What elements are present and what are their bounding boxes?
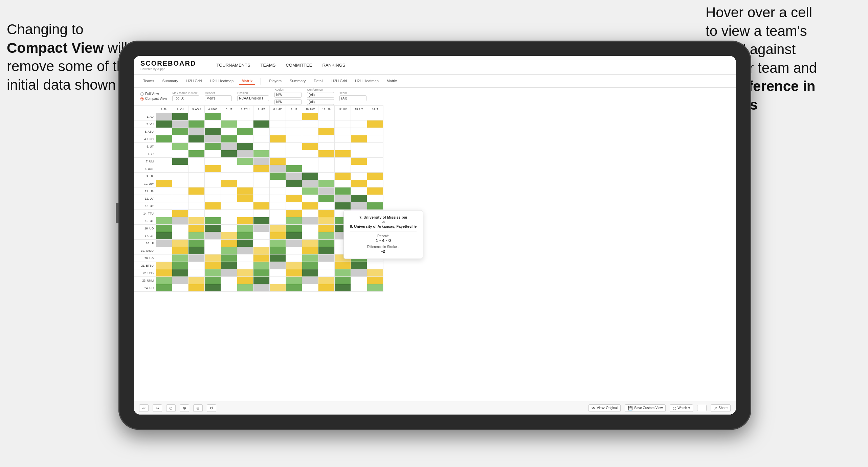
- matrix-cell[interactable]: [172, 247, 188, 254]
- matrix-cell[interactable]: [221, 158, 237, 165]
- matrix-cell[interactable]: [335, 284, 351, 292]
- matrix-cell[interactable]: [172, 277, 188, 284]
- zoom-out-button[interactable]: ⊖: [193, 404, 203, 412]
- sub-tab-teams[interactable]: Teams: [140, 77, 157, 85]
- matrix-cell[interactable]: [318, 165, 335, 173]
- matrix-cell[interactable]: [205, 113, 221, 120]
- sub-tab-summary2[interactable]: Summary: [287, 77, 308, 85]
- matrix-cell[interactable]: [221, 187, 237, 195]
- matrix-cell[interactable]: [286, 284, 302, 292]
- matrix-cell[interactable]: [302, 217, 318, 225]
- sub-tab-h2hgrid2[interactable]: H2H Grid: [329, 77, 350, 85]
- matrix-cell[interactable]: [172, 269, 188, 277]
- nav-tournaments[interactable]: TOURNAMENTS: [216, 61, 250, 69]
- matrix-container[interactable]: 1. AU 2. VU 3. ASU 4. UNC 5. UT 6. FSU 7…: [134, 105, 736, 401]
- matrix-cell[interactable]: [172, 232, 188, 240]
- matrix-cell[interactable]: [335, 195, 351, 202]
- matrix-cell[interactable]: [367, 187, 383, 195]
- matrix-cell[interactable]: [286, 173, 302, 180]
- matrix-cell[interactable]: [221, 180, 237, 187]
- matrix-cell[interactable]: [156, 195, 172, 202]
- matrix-cell[interactable]: [156, 187, 172, 195]
- matrix-cell[interactable]: [205, 187, 221, 195]
- matrix-cell[interactable]: [156, 210, 172, 217]
- matrix-cell[interactable]: [156, 135, 172, 143]
- matrix-cell[interactable]: [335, 202, 351, 210]
- sub-tab-summary1[interactable]: Summary: [159, 77, 181, 85]
- matrix-cell[interactable]: [335, 262, 351, 269]
- matrix-cell[interactable]: [221, 232, 237, 240]
- matrix-cell[interactable]: [237, 247, 253, 254]
- matrix-cell[interactable]: [188, 232, 205, 240]
- matrix-cell[interactable]: [286, 143, 302, 150]
- matrix-cell[interactable]: [351, 187, 367, 195]
- matrix-cell[interactable]: [253, 195, 270, 202]
- matrix-cell[interactable]: [172, 128, 188, 135]
- matrix-cell[interactable]: [156, 173, 172, 180]
- matrix-cell[interactable]: [286, 232, 302, 240]
- matrix-cell[interactable]: [172, 225, 188, 232]
- matrix-cell[interactable]: [221, 120, 237, 128]
- matrix-cell[interactable]: [351, 150, 367, 158]
- matrix-cell[interactable]: [351, 143, 367, 150]
- matrix-cell[interactable]: [237, 202, 253, 210]
- matrix-cell[interactable]: [253, 128, 270, 135]
- matrix-cell[interactable]: [351, 202, 367, 210]
- matrix-cell[interactable]: [335, 150, 351, 158]
- matrix-cell[interactable]: [318, 232, 335, 240]
- matrix-cell[interactable]: [253, 187, 270, 195]
- matrix-cell[interactable]: [286, 240, 302, 247]
- matrix-cell[interactable]: [156, 277, 172, 284]
- matrix-cell[interactable]: [286, 254, 302, 262]
- matrix-cell[interactable]: [221, 225, 237, 232]
- matrix-cell[interactable]: [156, 180, 172, 187]
- matrix-cell[interactable]: [221, 217, 237, 225]
- undo-button[interactable]: ↩: [139, 404, 149, 412]
- matrix-cell[interactable]: [367, 173, 383, 180]
- nav-rankings[interactable]: RANKINGS: [322, 61, 345, 69]
- matrix-cell[interactable]: [237, 195, 253, 202]
- matrix-cell[interactable]: [237, 187, 253, 195]
- matrix-cell[interactable]: [172, 187, 188, 195]
- matrix-cell[interactable]: [302, 113, 318, 120]
- matrix-cell[interactable]: [156, 254, 172, 262]
- matrix-cell[interactable]: [253, 135, 270, 143]
- matrix-cell[interactable]: [188, 262, 205, 269]
- matrix-cell[interactable]: [335, 113, 351, 120]
- matrix-cell[interactable]: [205, 240, 221, 247]
- sub-tab-h2hgrid1[interactable]: H2H Grid: [183, 77, 204, 85]
- matrix-cell[interactable]: [270, 277, 286, 284]
- matrix-cell[interactable]: [188, 240, 205, 247]
- matrix-cell[interactable]: [286, 225, 302, 232]
- matrix-cell[interactable]: [205, 217, 221, 225]
- team-select[interactable]: (All): [339, 95, 366, 101]
- matrix-cell[interactable]: [335, 165, 351, 173]
- matrix-cell[interactable]: [367, 195, 383, 202]
- nav-committee[interactable]: COMMITTEE: [286, 61, 312, 69]
- matrix-cell[interactable]: [205, 143, 221, 150]
- matrix-cell[interactable]: [286, 150, 302, 158]
- matrix-cell[interactable]: [270, 269, 286, 277]
- matrix-cell[interactable]: [205, 202, 221, 210]
- matrix-cell[interactable]: [205, 180, 221, 187]
- matrix-cell[interactable]: [302, 128, 318, 135]
- matrix-cell[interactable]: [351, 120, 367, 128]
- matrix-cell[interactable]: [253, 225, 270, 232]
- matrix-cell[interactable]: [253, 113, 270, 120]
- matrix-cell[interactable]: [286, 135, 302, 143]
- matrix-cell[interactable]: [270, 113, 286, 120]
- matrix-cell[interactable]: [221, 195, 237, 202]
- zoom-in-button[interactable]: ⊕: [180, 404, 189, 412]
- matrix-cell[interactable]: [188, 113, 205, 120]
- matrix-cell[interactable]: [367, 165, 383, 173]
- matrix-cell[interactable]: [302, 225, 318, 232]
- matrix-cell[interactable]: [351, 158, 367, 165]
- matrix-cell[interactable]: [188, 128, 205, 135]
- nav-teams[interactable]: TEAMS: [261, 61, 276, 69]
- matrix-cell[interactable]: [367, 128, 383, 135]
- matrix-cell[interactable]: [367, 143, 383, 150]
- matrix-cell[interactable]: [335, 158, 351, 165]
- sub-tab-h2hheatmap2[interactable]: H2H Heatmap: [352, 77, 381, 85]
- matrix-cell[interactable]: [351, 135, 367, 143]
- matrix-cell[interactable]: [286, 158, 302, 165]
